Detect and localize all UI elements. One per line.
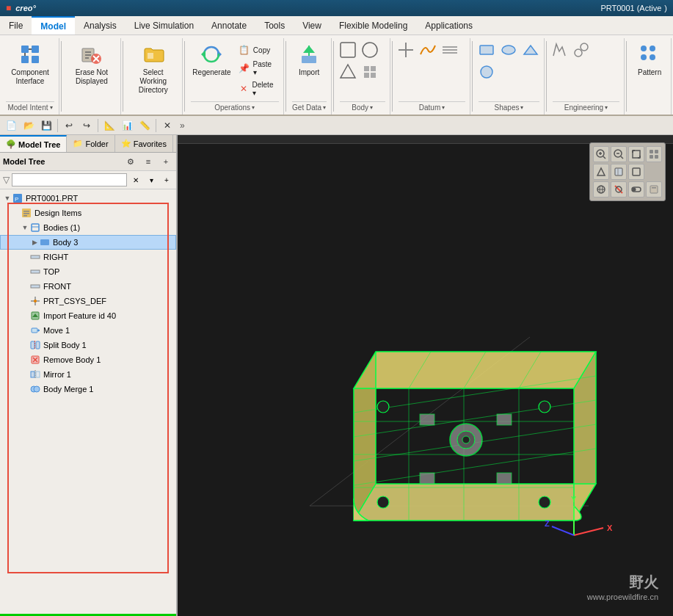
tree-node-move1[interactable]: Move 1 bbox=[0, 323, 176, 338]
measure-button[interactable]: 📏 bbox=[137, 117, 153, 134]
tree-node-prt-csys[interactable]: PRT_CSYS_DEF bbox=[0, 294, 176, 308]
tree-settings-button[interactable]: ⚙ bbox=[123, 154, 138, 169]
app-logo: ■ bbox=[6, 3, 11, 13]
tree-node-prt0001[interactable]: ▼ P PRT0001.PRT bbox=[0, 191, 176, 206]
new-button[interactable]: 📄 bbox=[3, 117, 19, 134]
expand-prt0001[interactable]: ▼ bbox=[3, 195, 12, 202]
body-btn-4[interactable] bbox=[360, 62, 380, 82]
shapes-btn-1[interactable] bbox=[476, 40, 497, 60]
tree-node-import-feature[interactable]: Import Feature id 40 bbox=[0, 308, 176, 323]
menu-live-simulation[interactable]: Live Simulation bbox=[125, 16, 203, 35]
expand-body3[interactable]: ▶ bbox=[30, 239, 39, 246]
menu-flexible-modeling[interactable]: Flexible Modeling bbox=[330, 16, 416, 35]
delete-button[interactable]: ✕ Delete ▾ bbox=[236, 79, 280, 98]
body-label[interactable]: Body ▾ bbox=[340, 101, 385, 113]
zoom-in-button[interactable] bbox=[593, 146, 609, 162]
dimension-button[interactable]: 📐 bbox=[101, 117, 117, 134]
datum-label[interactable]: Datum ▾ bbox=[399, 101, 466, 113]
move1-icon bbox=[29, 325, 41, 336]
search-clear-button[interactable]: ✕ bbox=[129, 173, 142, 186]
copy-button[interactable]: 📋 Copy bbox=[236, 43, 280, 57]
prt0001-icon: P bbox=[12, 192, 23, 204]
eng-btn-2[interactable] bbox=[571, 40, 592, 60]
shapes-label[interactable]: Shapes ▾ bbox=[479, 101, 539, 113]
svg-point-130 bbox=[377, 496, 389, 508]
get-data-label[interactable]: Get Data ▾ bbox=[292, 101, 327, 113]
tree-node-design-items[interactable]: Design Items bbox=[0, 206, 176, 220]
tree-columns-button[interactable]: ≡ bbox=[141, 154, 156, 169]
menu-analysis[interactable]: Analysis bbox=[75, 16, 125, 35]
view-all-button[interactable] bbox=[593, 181, 609, 198]
svg-rect-22 bbox=[364, 66, 369, 71]
tab-favorites[interactable]: ⭐ Favorites bbox=[115, 135, 173, 152]
body-btn-2[interactable] bbox=[360, 40, 380, 60]
menu-file[interactable]: File bbox=[0, 16, 32, 35]
ribbon-group-body: Body ▾ bbox=[335, 38, 390, 115]
datum-btn-3[interactable] bbox=[440, 40, 460, 60]
tree-search-input[interactable] bbox=[12, 173, 127, 186]
erase-not-displayed-button[interactable]: Erase Not Displayed bbox=[68, 40, 116, 89]
shapes-btn-3[interactable] bbox=[520, 40, 541, 60]
expand-bodies[interactable]: ▼ bbox=[21, 224, 29, 231]
menu-model[interactable]: Model bbox=[32, 16, 75, 35]
view-hide-button[interactable] bbox=[611, 181, 627, 198]
menu-applications[interactable]: Applications bbox=[416, 16, 481, 35]
engineering-label[interactable]: Engineering ▾ bbox=[553, 101, 620, 113]
menu-annotate[interactable]: Annotate bbox=[203, 16, 255, 35]
tree-node-body3[interactable]: ▶ Body 3 bbox=[0, 235, 176, 250]
svg-rect-16 bbox=[302, 56, 316, 63]
analysis-button[interactable]: 📊 bbox=[119, 117, 135, 134]
model-intent-label[interactable]: Model Intent ▾ bbox=[6, 101, 54, 113]
operations-label[interactable]: Operations ▾ bbox=[191, 101, 279, 113]
zoom-out-button[interactable] bbox=[611, 146, 627, 162]
close-button[interactable]: ✕ bbox=[159, 117, 175, 134]
tree-node-right[interactable]: RIGHT bbox=[0, 250, 176, 264]
title-bar: ■ creo° PRT0001 (Active ) bbox=[0, 0, 673, 16]
paste-button[interactable]: 📌 Paste ▾ bbox=[236, 59, 280, 78]
view-shading-button[interactable] bbox=[611, 164, 627, 180]
view-perspective-button[interactable] bbox=[593, 164, 609, 180]
view-orient-button[interactable] bbox=[646, 146, 662, 162]
datum-btn-1[interactable] bbox=[396, 40, 416, 60]
shapes-btn-2[interactable] bbox=[498, 40, 519, 60]
working-dir-label: Select Working Directory bbox=[134, 68, 173, 95]
tree-node-body-merge1[interactable]: Body Merge 1 bbox=[0, 382, 176, 396]
open-button[interactable]: 📂 bbox=[21, 117, 37, 134]
datum-btn-2[interactable] bbox=[418, 40, 438, 60]
view-wireframe-button[interactable] bbox=[628, 164, 644, 180]
component-interface-button[interactable]: Component Interface bbox=[6, 40, 54, 89]
tree-node-split-body1[interactable]: Split Body 1 bbox=[0, 338, 176, 352]
save-button[interactable]: 💾 bbox=[38, 117, 54, 134]
tree-node-front[interactable]: FRONT bbox=[0, 279, 176, 294]
model-svg: X Y Z bbox=[310, 300, 618, 557]
svg-rect-45 bbox=[23, 215, 27, 217]
redo-button[interactable]: ↪ bbox=[79, 117, 95, 134]
import-button[interactable]: Import bbox=[291, 40, 327, 80]
menu-tools[interactable]: Tools bbox=[255, 16, 294, 35]
view-layer-button[interactable] bbox=[646, 181, 662, 198]
select-working-directory-button[interactable]: Select Working Directory bbox=[129, 40, 178, 98]
svg-rect-78 bbox=[633, 151, 640, 158]
view-toggle-button[interactable] bbox=[628, 181, 644, 198]
tree-node-remove-body1[interactable]: Remove Body 1 bbox=[0, 352, 176, 367]
shapes-btn-4[interactable] bbox=[476, 62, 497, 82]
zoom-fit-button[interactable] bbox=[628, 146, 644, 162]
menu-view[interactable]: View bbox=[294, 16, 330, 35]
body-btn-3[interactable] bbox=[338, 62, 358, 82]
body-btn-1[interactable] bbox=[338, 40, 358, 60]
tree-node-top[interactable]: TOP bbox=[0, 264, 176, 279]
search-options-button[interactable]: ▾ bbox=[145, 173, 158, 186]
regenerate-button[interactable]: Regenerate bbox=[189, 40, 234, 80]
search-add-button[interactable]: + bbox=[160, 173, 173, 186]
viewport[interactable]: X Y Z 野火 www.proewildfire.cn bbox=[178, 135, 673, 616]
tree-node-bodies[interactable]: ▼ Bodies (1) bbox=[0, 220, 176, 235]
tab-folder[interactable]: 📁 Folder bbox=[67, 135, 114, 152]
svg-rect-88 bbox=[615, 168, 622, 175]
undo-button[interactable]: ↩ bbox=[61, 117, 77, 134]
eng-btn-1[interactable] bbox=[549, 40, 570, 60]
tree-node-mirror1[interactable]: Mirror 1 bbox=[0, 367, 176, 382]
ribbon-sep-2 bbox=[123, 41, 123, 112]
pattern-button[interactable]: Pattern bbox=[631, 40, 668, 80]
tab-model-tree[interactable]: 🌳 Model Tree bbox=[0, 135, 67, 152]
tree-add-button[interactable]: + bbox=[159, 154, 173, 169]
